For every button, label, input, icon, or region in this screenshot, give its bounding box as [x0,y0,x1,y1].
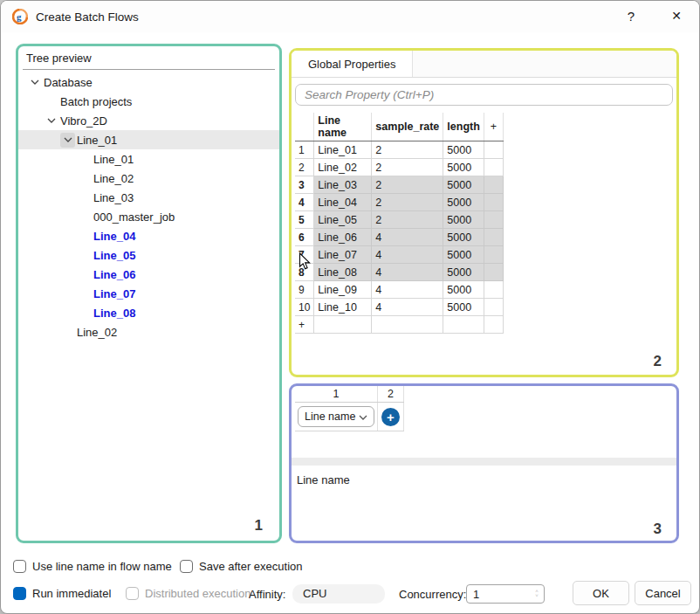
cell-sample-rate[interactable]: 4 [372,281,443,299]
tree-item-label: Database [44,76,93,89]
cell-sample-rate[interactable]: 2 [372,159,443,176]
splitter-handle[interactable] [292,458,676,466]
cell-line-name[interactable]: Line_08 [314,264,372,281]
cell-length[interactable]: 5000 [443,141,484,159]
tree-item-line_08-12[interactable]: Line_08 [18,303,279,322]
tree-item-line_02-13[interactable]: Line_02 [18,322,279,341]
cell-line-name[interactable]: Line_01 [314,141,372,159]
add-row-button[interactable]: + [295,316,314,334]
cell-line-name[interactable]: Line_06 [314,229,372,246]
cell-line-name[interactable]: Line_09 [314,281,372,299]
tree-item-line_05-9[interactable]: Line_05 [18,245,279,265]
run-immediately-checkbox[interactable]: Run immediately [13,587,111,600]
tree-item-vibro_2d-2[interactable]: Vibro_2D [18,111,279,130]
cell-length[interactable]: 5000 [443,176,484,194]
row-number[interactable]: 5 [295,211,314,229]
use-line-name-checkbox[interactable]: Use line name in flow name [13,560,172,573]
cell-extra[interactable] [484,141,503,159]
column-header-sample_rate[interactable]: sample_rate [372,113,443,141]
cell-length[interactable]: 5000 [443,299,484,316]
cell-length[interactable]: 5000 [443,159,484,176]
cell-line-name[interactable]: Line_04 [314,194,372,211]
cell-sample-rate[interactable]: 4 [372,299,443,316]
tree-item-batch projects-1[interactable]: Batch projects [18,92,279,111]
create-batch-flows-dialog: g Create Batch Flows ? ✕ Tree preview Da… [0,0,700,614]
help-button[interactable]: ? [612,1,650,31]
tab-global-properties[interactable]: Global Properties [292,51,413,77]
cell-line-name[interactable]: Line_02 [314,159,372,176]
ok-button[interactable]: OK [573,581,629,605]
key-mapping-panel: 12 Line name + [289,383,679,543]
concurrency-spinner[interactable]: 1 ˄ ˅ [466,584,545,604]
row-number[interactable]: 8 [295,264,314,281]
row-number[interactable]: 3 [295,176,314,194]
tree-item-line_06-10[interactable]: Line_06 [18,265,279,284]
column-header-line-name[interactable]: Line name [314,113,372,141]
close-button[interactable]: ✕ [657,1,696,31]
spinner-down-icon[interactable]: ˅ [535,594,539,598]
column-header-+[interactable]: + [484,113,503,141]
cell-extra[interactable] [484,299,503,316]
add-column-button[interactable]: + [381,408,400,426]
row-number[interactable]: 7 [295,246,314,264]
mapping-column-header-1[interactable]: 1 [295,386,378,403]
tree-item-000_master_job-7[interactable]: 000_master_job [18,207,279,226]
chevron-down-icon[interactable] [27,75,42,90]
row-number[interactable]: 4 [295,194,314,211]
cell-length[interactable]: 5000 [443,281,484,299]
cancel-button[interactable]: Cancel [635,581,691,605]
chevron-down-icon[interactable] [60,133,75,148]
indent-spacer [77,152,92,167]
column-header-length[interactable]: length [443,113,484,141]
cell-extra[interactable] [484,176,503,194]
cell-line-name[interactable]: Line_07 [314,246,372,264]
tree-item-line_01-4[interactable]: Line_01 [18,149,279,169]
cell-sample-rate[interactable]: 2 [372,176,443,194]
row-number[interactable]: 2 [295,159,314,176]
cell-length[interactable]: 5000 [443,246,484,264]
cell-extra[interactable] [484,281,503,299]
cell-sample-rate[interactable]: 2 [372,211,443,229]
tree-item-line_03-6[interactable]: Line_03 [18,188,279,207]
cell-extra[interactable] [484,159,503,176]
tree-item-line_04-8[interactable]: Line_04 [18,226,279,245]
mapping-column-header-2[interactable]: 2 [378,386,404,403]
cell-extra[interactable] [484,194,503,211]
tree-item-label: Line_07 [93,287,135,300]
cell-extra[interactable] [484,246,503,264]
table-row-2: 2Line_0225000 [295,159,503,176]
row-number[interactable]: 10 [295,299,314,316]
row-number[interactable]: 6 [295,229,314,246]
key-column-select[interactable]: Line name [298,406,374,427]
cell-sample-rate[interactable]: 2 [372,194,443,211]
cell-length[interactable]: 5000 [443,229,484,246]
cell-sample-rate[interactable]: 4 [372,246,443,264]
cell-extra[interactable] [484,264,503,281]
table-row-7: 7Line_0745000 [295,246,503,264]
cell-sample-rate[interactable]: 2 [372,141,443,159]
cell-extra[interactable] [484,229,503,246]
cell-sample-rate[interactable]: 4 [372,264,443,281]
row-number[interactable]: 9 [295,281,314,299]
tree-item-line_02-5[interactable]: Line_02 [18,169,279,188]
tree-item-line_01-3[interactable]: Line_01 [18,130,279,149]
cell-line-name[interactable]: Line_05 [314,211,372,229]
cell-extra[interactable] [484,211,503,229]
concurrency-value: 1 [467,588,530,601]
chevron-down-icon[interactable] [44,114,58,128]
add-row[interactable]: + [295,316,503,334]
row-number[interactable]: 1 [295,141,314,159]
cell-line-name[interactable]: Line_03 [314,176,372,194]
table-row-9: 9Line_0945000 [295,281,503,299]
tree-item-label: Line_06 [93,268,135,281]
cell-sample-rate[interactable]: 4 [372,229,443,246]
cell-length[interactable]: 5000 [443,211,484,229]
save-after-execution-checkbox[interactable]: Save after execution [180,560,303,573]
cell-line-name[interactable]: Line_10 [314,299,372,316]
tree-item-line_07-11[interactable]: Line_07 [18,284,279,303]
tree-item-database-0[interactable]: Database [18,72,279,92]
cell-length[interactable]: 5000 [443,264,484,281]
cell-length[interactable]: 5000 [443,194,484,211]
key-column-select-value: Line name [305,410,355,423]
search-property-input[interactable] [295,84,673,106]
